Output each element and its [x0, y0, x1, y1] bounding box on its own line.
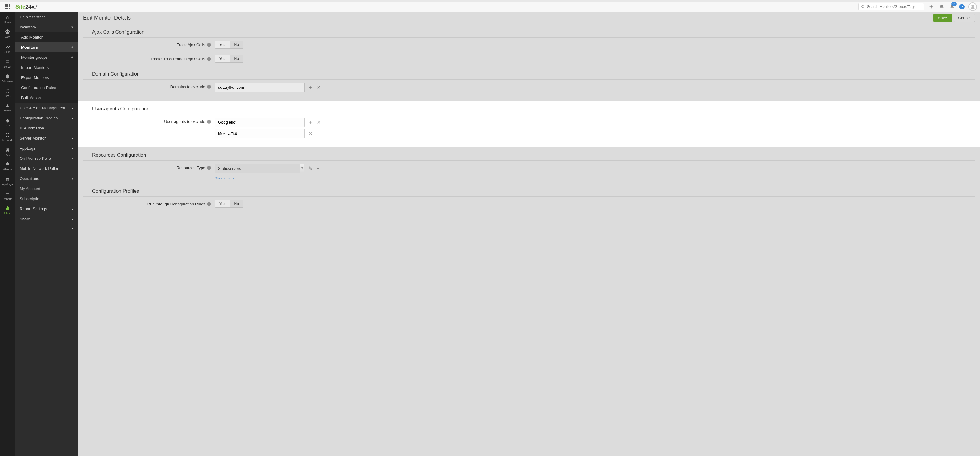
info-icon[interactable]: i	[207, 120, 211, 124]
sidebar-mobile-poller[interactable]: Mobile Network Poller	[15, 164, 78, 173]
rail-vmware[interactable]: ⬢VMware	[0, 71, 15, 86]
label-track-cross: Track Cross Domain Ajax Callsi	[83, 55, 215, 61]
section-title: User-agents Configuration	[83, 106, 975, 114]
label-ua-exclude: User-agents to excludei	[83, 118, 215, 124]
sidebar-help-assistant[interactable]: Help Assistant	[15, 12, 78, 22]
info-icon[interactable]: i	[207, 202, 211, 206]
section-resources: Resources Configuration Resources Typei …	[83, 153, 975, 183]
page-title: Edit Monitor Details	[83, 15, 131, 21]
toggle-no[interactable]: No	[230, 200, 243, 208]
rail-azure[interactable]: ▲Azure	[0, 100, 15, 115]
sidebar-monitors[interactable]: Monitors+	[15, 42, 78, 52]
domain-exclude-input[interactable]	[215, 83, 305, 92]
rail-web[interactable]: 🌐︎Web	[0, 27, 15, 41]
topbar: Site24x7 11 ?	[0, 0, 980, 12]
rail-rum[interactable]: ◉RUM	[0, 144, 15, 159]
sidebar-bulk-action[interactable]: Bulk Action	[15, 93, 78, 103]
section-title: Ajax Calls Configuration	[83, 29, 975, 38]
sidebar-export-monitors[interactable]: Export Monitors	[15, 73, 78, 83]
cancel-button[interactable]: Cancel	[954, 14, 975, 22]
sidebar-config-profiles[interactable]: Configuration Profiles▸	[15, 113, 78, 123]
edit-icon[interactable]: ✎	[308, 167, 312, 171]
label-domains-exclude: Domains to excludei	[83, 83, 215, 89]
caret-right-icon: ▸	[72, 227, 73, 230]
search-input[interactable]	[867, 5, 921, 9]
sidebar-onprem-poller[interactable]: On-Premise Poller▸	[15, 153, 78, 164]
caret-right-icon: ▸	[72, 106, 73, 110]
notification-badge: 11	[951, 2, 957, 6]
add-icon[interactable]: +	[316, 167, 320, 171]
add-icon[interactable]: +	[309, 120, 313, 125]
search-box[interactable]	[858, 3, 924, 10]
add-icon[interactable]	[928, 3, 935, 10]
sidebar-server-monitor[interactable]: Server Monitor▸	[15, 133, 78, 143]
help-icon[interactable]: ?	[959, 4, 965, 10]
save-button[interactable]: Save	[934, 14, 952, 22]
sidebar-monitor-groups[interactable]: Monitor groups+	[15, 52, 78, 62]
sidebar: Help Assistant Inventory▼ Add Monitor Mo…	[15, 12, 78, 456]
sidebar-import-monitors[interactable]: Import Monitors	[15, 62, 78, 73]
toggle-no[interactable]: No	[230, 55, 243, 62]
sidebar-report-settings[interactable]: Report Settings▸	[15, 204, 78, 214]
sidebar-my-account[interactable]: My Account	[15, 184, 78, 194]
caret-right-icon: ▸	[72, 147, 73, 150]
caret-right-icon: ▸	[72, 177, 73, 180]
bell-icon[interactable]	[939, 3, 945, 10]
rail-server[interactable]: ▤Server	[0, 56, 15, 71]
resources-helper-link[interactable]: Staticservers ,	[215, 176, 320, 180]
sidebar-applogs[interactable]: AppLogs▸	[15, 143, 78, 153]
plus-icon[interactable]: +	[71, 45, 73, 49]
sidebar-more[interactable]: ▸	[15, 224, 78, 233]
sidebar-add-monitor[interactable]: Add Monitor	[15, 32, 78, 42]
rail-network[interactable]: ☷Network	[0, 129, 15, 144]
rail-aws[interactable]: ⬡AWS	[0, 86, 15, 100]
sidebar-it-automation[interactable]: IT Automation	[15, 123, 78, 133]
rail-applogs[interactable]: ▦AppLogs	[0, 173, 15, 188]
label-resources-type: Resources Typei	[83, 164, 215, 170]
notifications-icon[interactable]: 11	[949, 3, 956, 10]
svg-point-4	[971, 5, 974, 7]
avatar[interactable]	[968, 2, 977, 11]
caret-right-icon: ▸	[72, 137, 73, 140]
resources-type-select[interactable]: Staticservers	[215, 164, 301, 173]
ua-exclude-input-1[interactable]	[215, 129, 305, 138]
toggle-track-ajax[interactable]: Yes No	[215, 41, 243, 49]
info-icon[interactable]: i	[207, 85, 211, 89]
sidebar-user-alert[interactable]: User & Alert Management▸	[15, 103, 78, 113]
toggle-yes[interactable]: Yes	[215, 55, 230, 62]
info-icon[interactable]: i	[207, 57, 211, 61]
sidebar-inventory[interactable]: Inventory▼	[15, 22, 78, 32]
apps-icon[interactable]	[3, 4, 12, 9]
label-track-ajax: Track Ajax Callsi	[83, 41, 215, 47]
remove-icon[interactable]: ✕	[317, 86, 321, 90]
section-domain: Domain Configuration Domains to excludei…	[83, 71, 975, 95]
sidebar-subscriptions[interactable]: Subscriptions	[15, 194, 78, 204]
sidebar-share[interactable]: Share▸	[15, 214, 78, 224]
toggle-run-rules[interactable]: Yes No	[215, 200, 243, 208]
caret-right-icon: ▸	[72, 218, 73, 221]
info-icon[interactable]: i	[207, 43, 211, 47]
toggle-track-cross[interactable]: Yes No	[215, 55, 243, 63]
ua-exclude-input-0[interactable]	[215, 118, 305, 127]
plus-icon[interactable]: +	[71, 55, 73, 60]
sidebar-config-rules[interactable]: Configuration Rules	[15, 83, 78, 93]
logo[interactable]: Site24x7	[15, 4, 38, 10]
toggle-no[interactable]: No	[230, 41, 243, 48]
info-icon[interactable]: i	[207, 166, 211, 170]
remove-icon[interactable]: ✕	[317, 120, 321, 125]
toggle-yes[interactable]: Yes	[215, 41, 230, 48]
dropdown-caret-icon[interactable]: ▼	[300, 164, 304, 172]
add-icon[interactable]: +	[309, 86, 313, 90]
section-title: Domain Configuration	[83, 71, 975, 79]
rail-gcp[interactable]: ◆GCP	[0, 115, 15, 129]
remove-icon[interactable]: ✕	[309, 132, 313, 136]
section-user-agents: User-agents Configuration User-agents to…	[78, 101, 980, 147]
sidebar-operations[interactable]: Operations▸	[15, 173, 78, 184]
rail-apm[interactable]: 👓︎APM	[0, 41, 15, 56]
rail-alarms[interactable]: 🔔︎Alarms	[0, 159, 15, 173]
section-ajax: Ajax Calls Configuration Track Ajax Call…	[83, 29, 975, 66]
rail-admin[interactable]: 👤︎Admin	[0, 203, 15, 218]
toggle-yes[interactable]: Yes	[215, 200, 230, 208]
rail-home[interactable]: ⌂Home	[0, 12, 15, 27]
rail-reports[interactable]: ▭Reports	[0, 188, 15, 203]
